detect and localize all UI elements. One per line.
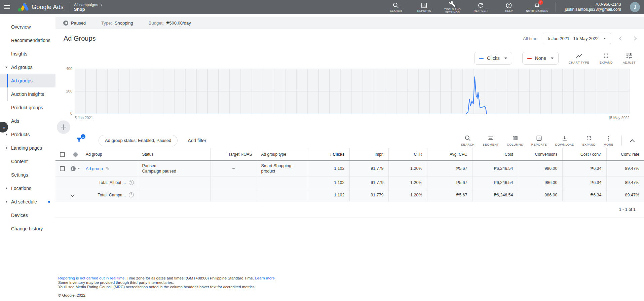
ad-group-name-cell: Ad group✎ bbox=[82, 161, 138, 176]
sidebar-item-auction-insights[interactable]: Auction insights bbox=[0, 87, 55, 101]
col-cost[interactable]: Cost bbox=[472, 148, 518, 161]
metric1-dropdown[interactable]: Clicks bbox=[474, 52, 512, 65]
edit-pencil-icon[interactable]: ✎ bbox=[106, 166, 110, 171]
more-button[interactable]: MORE bbox=[604, 135, 613, 146]
table-reports-button[interactable]: REPORTS bbox=[531, 135, 547, 146]
google-ads-logo[interactable]: Google Ads bbox=[17, 2, 64, 12]
add-button[interactable] bbox=[57, 120, 70, 134]
refresh-button[interactable]: REFRESH bbox=[471, 2, 490, 12]
refresh-icon bbox=[477, 2, 484, 9]
col-ctr[interactable]: CTR bbox=[388, 148, 427, 161]
breadcrumb-parent[interactable]: All campaigns bbox=[74, 2, 102, 7]
sidebar-item-products[interactable]: Products bbox=[0, 128, 55, 141]
sidebar-item-label: Ad schedule bbox=[11, 199, 37, 204]
impressions-cell: 91,779 bbox=[349, 161, 388, 176]
reports-button[interactable]: REPORTS bbox=[414, 2, 434, 12]
campaign-status[interactable]: Paused bbox=[63, 21, 86, 26]
status-line: Paused bbox=[142, 163, 210, 168]
col-status[interactable]: Status bbox=[138, 148, 210, 161]
filter-chip[interactable]: Ad group status: Enabled, Paused bbox=[99, 135, 178, 146]
sidebar-item-label: Landing pages bbox=[11, 145, 42, 151]
menu-icon[interactable] bbox=[0, 0, 14, 14]
chart-expand-button[interactable]: EXPAND bbox=[600, 52, 613, 64]
row-status-cell bbox=[69, 161, 82, 176]
status-label: Paused bbox=[71, 21, 86, 26]
metric2-dropdown[interactable]: None bbox=[522, 52, 559, 65]
topbar-actions: SEARCH REPORTS TOOLS AND SETTINGS REFRES… bbox=[386, 0, 644, 14]
help-button[interactable]: ? HELP bbox=[499, 2, 519, 12]
chart-plot-area[interactable] bbox=[75, 69, 630, 114]
help-icon[interactable]: ? bbox=[129, 180, 134, 185]
col-clicks[interactable]: ↓Clicks bbox=[307, 148, 349, 161]
col-conversions[interactable]: Conversions bbox=[518, 148, 562, 161]
col-avg-cpc[interactable]: Avg. CPC bbox=[427, 148, 472, 161]
chart-type-button[interactable]: CHART TYPE bbox=[569, 52, 590, 64]
col-cost-per-conv[interactable]: Cost / conv. bbox=[562, 148, 606, 161]
col-conv-rate[interactable]: Conv. rate bbox=[606, 148, 644, 161]
collapse-table-button[interactable] bbox=[630, 139, 635, 144]
total-clicks-cell: 1,102 bbox=[307, 176, 349, 189]
realtime-reporting-link[interactable]: Reporting is not carried out in real tim… bbox=[58, 276, 126, 280]
download-button[interactable]: DOWNLOAD bbox=[555, 135, 574, 146]
tools-label: TOOLS AND SETTINGS bbox=[444, 8, 461, 14]
topbar-divider bbox=[69, 2, 69, 12]
chart-type-label: CHART TYPE bbox=[569, 61, 590, 64]
sidebar-item-content[interactable]: Content bbox=[0, 155, 55, 168]
sidebar-item-ad-schedule[interactable]: Ad schedule bbox=[0, 195, 55, 209]
sidebar-item-label: Ads bbox=[11, 118, 19, 124]
reports-icon bbox=[536, 135, 542, 142]
chart-adjust-button[interactable]: ADJUST bbox=[623, 52, 636, 64]
chevron-collapsed-icon bbox=[6, 133, 7, 136]
sidebar-item-label: Products bbox=[11, 132, 30, 137]
sidebar-item-ad-groups-parent[interactable]: Ad groups bbox=[0, 61, 55, 74]
next-period-button[interactable] bbox=[632, 36, 637, 41]
search-button[interactable]: SEARCH bbox=[386, 2, 406, 12]
table-reports-label: REPORTS bbox=[531, 143, 547, 146]
notifications-button[interactable]: ! NOTIFICATIONS bbox=[527, 2, 547, 12]
sidebar-item-settings[interactable]: Settings bbox=[0, 168, 55, 182]
col-ad-group-type[interactable]: Ad group type bbox=[257, 148, 307, 161]
table-expand-button[interactable]: EXPAND bbox=[582, 135, 596, 146]
date-range-picker[interactable]: 5 Jun 2021 - 15 May 2022 bbox=[543, 33, 611, 44]
sidebar-item-devices[interactable]: Devices bbox=[0, 209, 55, 222]
filter-button[interactable]: 1 bbox=[76, 137, 82, 145]
col-impressions[interactable]: Impr. bbox=[349, 148, 388, 161]
spacer bbox=[55, 121, 644, 133]
ad-group-link[interactable]: Ad group bbox=[86, 166, 103, 171]
line-chart-icon bbox=[575, 52, 583, 60]
sidebar-item-change-history[interactable]: Change history bbox=[0, 222, 55, 235]
segment-button[interactable]: SEGMENT bbox=[483, 135, 499, 146]
add-filter-button[interactable]: Add filter bbox=[188, 138, 206, 143]
y-tick-0: 0 bbox=[58, 111, 72, 115]
avatar[interactable]: J bbox=[630, 2, 640, 12]
sidebar-item-ads[interactable]: Ads bbox=[0, 114, 55, 128]
select-all-checkbox[interactable] bbox=[60, 152, 65, 157]
tools-and-settings-button[interactable]: TOOLS AND SETTINGS bbox=[443, 0, 462, 14]
sidebar-item-label: Content bbox=[11, 159, 28, 164]
expand-total-chevron[interactable] bbox=[70, 193, 75, 197]
metric1-color-dash bbox=[479, 58, 484, 59]
sidebar-item-locations[interactable]: Locations bbox=[0, 182, 55, 195]
x-end-label: 15 May 2022 bbox=[608, 116, 630, 121]
row-checkbox[interactable] bbox=[60, 166, 65, 171]
sidebar-item-recommendations[interactable]: Recommendations bbox=[0, 34, 55, 47]
chart-expand-label: EXPAND bbox=[600, 61, 613, 64]
notification-badge: ! bbox=[538, 0, 543, 5]
row-status-control[interactable] bbox=[69, 166, 82, 171]
help-icon[interactable]: ? bbox=[129, 192, 134, 197]
table-search-button[interactable]: SEARCH bbox=[461, 135, 475, 146]
reports-label: REPORTS bbox=[417, 9, 431, 12]
learn-more-link[interactable]: Learn more bbox=[255, 276, 275, 280]
sidebar-item-product-groups[interactable]: Product groups bbox=[0, 101, 55, 114]
col-ad-group[interactable]: Ad group bbox=[82, 148, 138, 161]
sidebar-item-insights[interactable]: Insights bbox=[0, 47, 55, 61]
total-conversions-cell: 986.00 bbox=[518, 189, 562, 201]
campaign-budget[interactable]: Budget: ₱500.00/day bbox=[149, 21, 191, 26]
col-target-roas[interactable]: Target ROAS bbox=[210, 148, 257, 161]
columns-button[interactable]: COLUMNS bbox=[507, 135, 523, 146]
sidebar-item-ad-groups[interactable]: Ad groups bbox=[0, 74, 55, 87]
previous-period-button[interactable] bbox=[619, 36, 623, 41]
sidebar-item-landing-pages[interactable]: Landing pages bbox=[0, 141, 55, 155]
sidebar-item-overview[interactable]: Overview bbox=[0, 20, 55, 34]
type-label: Type: bbox=[101, 21, 112, 26]
